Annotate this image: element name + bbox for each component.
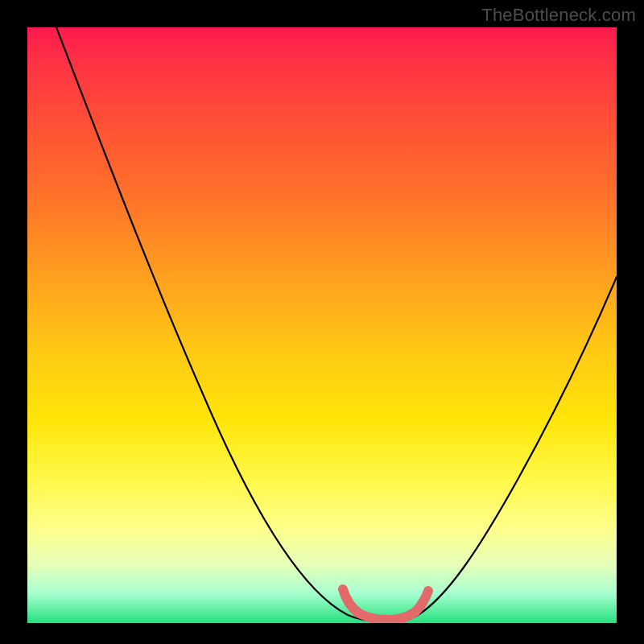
watermark-text: TheBottleneck.com: [481, 5, 636, 26]
chart-frame: TheBottleneck.com: [0, 0, 644, 644]
curve-svg: [27, 27, 617, 623]
plot-area: [27, 27, 617, 623]
optimal-band-marker: [343, 589, 428, 620]
bottleneck-curve-line: [56, 27, 617, 621]
